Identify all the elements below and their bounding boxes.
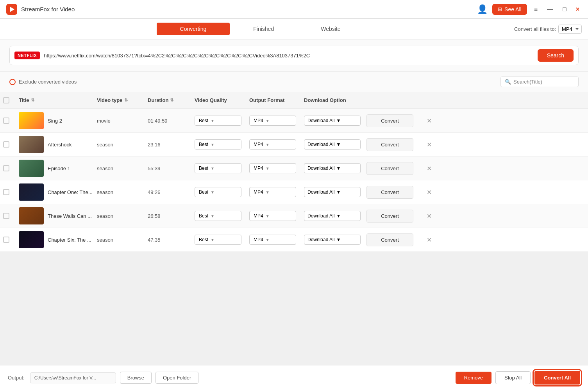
- format-cell-0: MP4 ▼: [249, 116, 304, 126]
- convert-cell-5: Convert: [366, 233, 425, 246]
- video-thumb-5: [19, 231, 44, 248]
- quality-dropdown-2[interactable]: Best ▼: [195, 163, 241, 173]
- table-body: Sing 2 movie 01:49:59 Best ▼ MP4 ▼ Downl…: [0, 109, 588, 252]
- title-cell-3: Chapter One: The...: [19, 183, 97, 201]
- stop-all-button[interactable]: Stop All: [495, 371, 531, 384]
- format-cell-5: MP4 ▼: [249, 235, 304, 245]
- minimize-button[interactable]: —: [545, 5, 556, 14]
- delete-button-2[interactable]: ✕: [425, 163, 433, 174]
- video-title-1: Aftershock: [48, 142, 71, 148]
- see-all-button[interactable]: ⊞ See All: [492, 4, 527, 15]
- search-title-input[interactable]: [513, 79, 574, 85]
- delete-button-0[interactable]: ✕: [425, 116, 433, 126]
- quality-cell-1: Best ▼: [195, 139, 249, 150]
- format-dropdown-5[interactable]: MP4 ▼: [249, 235, 296, 245]
- close-button[interactable]: ×: [574, 5, 582, 14]
- video-type-cell-1: season: [97, 142, 148, 148]
- filter-row: Exclude converted videos 🔍: [0, 72, 588, 92]
- browse-button[interactable]: Browse: [120, 372, 152, 384]
- convert-cell-4: Convert: [366, 210, 425, 223]
- remove-button[interactable]: Remove: [456, 372, 491, 384]
- download-option-dropdown-1[interactable]: Download All ▼: [304, 139, 361, 150]
- quality-dropdown-4[interactable]: Best ▼: [195, 211, 241, 221]
- select-all-checkbox[interactable]: [3, 97, 9, 103]
- title-cell-4: These Walls Can ...: [19, 207, 97, 224]
- th-video-quality: Video Quality: [195, 97, 249, 103]
- tab-website[interactable]: Website: [297, 23, 364, 35]
- title-cell-1: Aftershock: [19, 136, 97, 153]
- maximize-button[interactable]: □: [560, 5, 569, 14]
- format-dropdown-1[interactable]: MP4 ▼: [249, 139, 296, 150]
- quality-cell-5: Best ▼: [195, 235, 249, 245]
- bottom-bar: Output: C:\Users\w\StreamFox for V... Br…: [0, 365, 588, 390]
- table-row: Aftershock season 23:16 Best ▼ MP4 ▼ Dow…: [0, 133, 588, 157]
- app-title: StreamFox for Video: [21, 6, 477, 12]
- convert-button-4[interactable]: Convert: [366, 210, 413, 223]
- video-type-cell-2: season: [97, 166, 148, 171]
- convert-all-button[interactable]: Convert All: [534, 371, 580, 385]
- menu-icon[interactable]: ≡: [532, 5, 540, 14]
- row-checkbox-5[interactable]: [3, 237, 9, 243]
- title-sort-icon[interactable]: ⇅: [31, 98, 34, 103]
- delete-button-4[interactable]: ✕: [425, 211, 433, 221]
- duration-cell-2: 55:39: [148, 166, 195, 171]
- delete-button-1[interactable]: ✕: [425, 139, 433, 150]
- convert-button-2[interactable]: Convert: [366, 162, 413, 175]
- convert-button-0[interactable]: Convert: [366, 114, 413, 127]
- th-download-option: Download Option: [304, 97, 366, 103]
- convert-button-5[interactable]: Convert: [366, 233, 413, 246]
- format-dropdown-0[interactable]: MP4 ▼: [249, 116, 296, 126]
- download-opt-cell-0: Download All ▼: [304, 116, 366, 126]
- duration-cell-3: 49:26: [148, 189, 195, 195]
- row-checkbox-2[interactable]: [3, 165, 9, 171]
- tab-finished[interactable]: Finished: [230, 23, 297, 35]
- quality-dropdown-3[interactable]: Best ▼: [195, 187, 241, 197]
- row-checkbox-1[interactable]: [3, 141, 9, 148]
- exclude-converted-label[interactable]: Exclude converted videos: [9, 79, 77, 85]
- delete-button-3[interactable]: ✕: [425, 187, 433, 198]
- tab-converting[interactable]: Converting: [157, 23, 230, 35]
- user-icon[interactable]: 👤: [477, 4, 488, 14]
- row-checkbox-3[interactable]: [3, 189, 9, 195]
- download-option-dropdown-5[interactable]: Download All ▼: [304, 235, 361, 245]
- convert-all-files-select[interactable]: MP4 MKV AVI MOV: [558, 25, 582, 34]
- video-type-cell-0: movie: [97, 118, 148, 124]
- download-option-dropdown-2[interactable]: Download All ▼: [304, 163, 361, 173]
- download-option-dropdown-4[interactable]: Download All ▼: [304, 211, 361, 221]
- row-checkbox-cell-5: [3, 237, 19, 243]
- table-header: Title ⇅ Video type ⇅ Duration ⇅ Video Qu…: [0, 92, 588, 109]
- url-input[interactable]: [44, 53, 533, 59]
- format-dropdown-2[interactable]: MP4 ▼: [249, 163, 296, 173]
- url-bar-area: NETFLIX Search: [0, 39, 588, 72]
- download-option-dropdown-3[interactable]: Download All ▼: [304, 187, 361, 197]
- duration-cell-4: 26:58: [148, 213, 195, 219]
- quality-dropdown-0[interactable]: Best ▼: [195, 116, 241, 126]
- open-folder-button[interactable]: Open Folder: [155, 372, 198, 384]
- row-checkbox-0[interactable]: [3, 118, 9, 124]
- duration-cell-5: 47:35: [148, 237, 195, 243]
- exclude-radio[interactable]: [9, 79, 16, 85]
- th-video-type: Video type ⇅: [97, 97, 148, 103]
- quality-dropdown-5[interactable]: Best ▼: [195, 235, 241, 245]
- delete-button-5[interactable]: ✕: [425, 235, 433, 245]
- app-logo: [6, 4, 17, 15]
- row-checkbox-cell-4: [3, 213, 19, 219]
- type-sort-icon[interactable]: ⇅: [124, 98, 128, 103]
- convert-button-1[interactable]: Convert: [366, 138, 413, 151]
- convert-cell-3: Convert: [366, 186, 425, 199]
- format-cell-3: MP4 ▼: [249, 187, 304, 197]
- format-dropdown-4[interactable]: MP4 ▼: [249, 211, 296, 221]
- video-type-cell-5: season: [97, 237, 148, 243]
- quality-dropdown-1[interactable]: Best ▼: [195, 139, 241, 150]
- th-title: Title ⇅: [19, 97, 97, 103]
- search-button[interactable]: Search: [538, 49, 574, 62]
- format-dropdown-3[interactable]: MP4 ▼: [249, 187, 296, 197]
- download-option-dropdown-0[interactable]: Download All ▼: [304, 116, 361, 126]
- convert-cell-0: Convert: [366, 114, 425, 127]
- convert-button-3[interactable]: Convert: [366, 186, 413, 199]
- svg-marker-0: [10, 7, 14, 12]
- tabs-container: Converting Finished Website: [6, 23, 514, 35]
- duration-sort-icon[interactable]: ⇅: [170, 98, 173, 103]
- row-checkbox-4[interactable]: [3, 213, 9, 219]
- delete-cell-3: ✕: [425, 187, 449, 198]
